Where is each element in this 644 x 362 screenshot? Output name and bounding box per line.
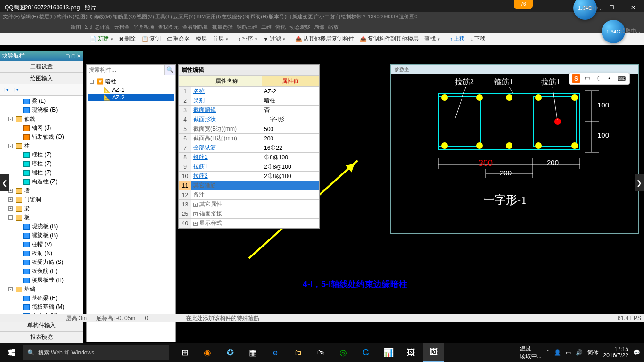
tree-item[interactable]: -柱 [0,141,83,150]
prop-row[interactable]: 13+其它属性 [179,200,319,209]
tree-item[interactable]: 端柱 (Z) [0,168,83,177]
prop-row[interactable]: 12备注 [179,190,319,200]
tree-item[interactable]: 现浇板 (B) [0,222,83,231]
tray-lang[interactable]: 简体 [587,349,599,357]
toolbar-item[interactable]: 缩放 [328,24,339,31]
app-icon-5[interactable]: G [355,343,376,362]
tree-item[interactable]: +墙 [0,186,83,195]
copy-button[interactable]: 📋 复制 [140,34,163,43]
menu-item[interactable]: 绘图(D) [75,13,92,20]
taskview-icon[interactable]: ⊞ [174,343,195,362]
toolbar-item[interactable]: 云检查 [114,24,130,31]
rename-button[interactable]: 🏷 重命名 [165,34,192,43]
filter-button[interactable]: ▼ 过滤▾ [261,34,287,43]
store-icon[interactable]: 🛍 [310,343,331,362]
menu-item[interactable]: 如何绘制梯带？ [330,13,367,20]
menu-item[interactable]: 钢筋量(Q) [113,13,136,20]
prop-row[interactable]: 7全部纵筋16⏀22 [179,143,319,153]
tray-clock[interactable]: 17:152016/7/22 [603,346,628,359]
tray-people-icon[interactable]: 👤 [554,349,561,356]
menu-item[interactable]: 造价豆0 [399,13,417,20]
tree-item[interactable]: 筏板基础 (M) [0,303,83,312]
menu-item[interactable]: 编辑(E) [21,13,38,20]
ime-toolbar[interactable]: S 中 ☾ •, ⌨ [569,73,630,85]
toolbar-item[interactable]: 查找图元 [158,24,179,31]
windows-taskbar[interactable]: 🔍 搜索 Web 和 Windows ⊞ ◉ ✪ ▦ e 🗂 🛍 ◎ G 📊 🖼… [0,343,644,362]
menu-item[interactable]: 楼层(L) [39,13,56,20]
tree-item[interactable]: 梁 (L) [0,97,83,106]
tray-notifications-icon[interactable]: 💬 [633,349,640,356]
toolbar-item[interactable]: 局部 [314,24,324,31]
next-photo-button[interactable]: ❯ [635,174,644,191]
tree-item[interactable]: 暗柱 (Z) [0,159,83,168]
photos-taskbar-icon[interactable]: 🖼 [423,343,444,362]
section-project[interactable]: 工程设置 [0,61,83,73]
system-tray[interactable]: 温度读取中... ˄ 👤 ▭ 🔊 简体 17:152016/7/22 💬 [520,345,644,361]
tree-item[interactable]: 框柱 (Z) [0,150,83,159]
menu-item[interactable]: 在线服务(S) [222,13,249,20]
prop-row[interactable]: 6截面高(H边)(mm)200 [179,134,319,143]
toolbar-item[interactable]: 查看钢筋量 [182,24,208,31]
toolbar-item[interactable]: 绘图 [71,24,81,31]
toolbar-item[interactable]: 俯视 [275,24,286,31]
tree-item[interactable]: 板负筋 (F) [0,267,83,276]
app-icon-6[interactable]: 📊 [378,343,399,362]
tree-root[interactable]: -🔽 暗柱 [88,77,174,86]
app-icon-4[interactable]: ◎ [333,343,354,362]
toolbar-item[interactable]: 平齐板顶 [133,24,154,31]
copy-from-button[interactable]: 📥 从其他楼层复制构件 [293,34,356,43]
menu-item[interactable]: 1390/298339 [368,14,398,19]
menu-item[interactable]: 新建变更 [292,13,313,20]
toolbar-item[interactable]: 钢筋三维 [237,24,257,31]
app-icon-2[interactable]: ✪ [220,343,240,362]
menu-item[interactable]: 帮助(H) [250,13,268,20]
prop-row[interactable]: 3截面编辑否 [179,106,319,115]
menu-item[interactable]: 构件(N) [57,13,74,20]
prop-row[interactable]: 40+显示样式 [179,219,319,228]
prop-row[interactable]: 4截面形状一字-I形 [179,115,319,124]
component-tree[interactable]: 梁 (L)现浇板 (B)-轴线轴网 (J)辅助轴线 (O)-柱框柱 (Z)暗柱 … [0,96,83,341]
find-button[interactable]: 查找▾ [422,34,442,43]
delete-button[interactable]: ✖ 删除 [117,34,138,43]
ime-punct-icon[interactable]: •, [606,74,614,83]
menu-item[interactable]: 工具(T) [155,13,172,20]
tree-item[interactable]: 构造柱 (Z) [0,177,83,186]
prop-row[interactable]: 2类别暗柱 [179,96,319,106]
copy-to-button[interactable]: 📤 复制构件到其他楼层 [358,34,421,43]
tree-item[interactable]: 现浇板 (B) [0,106,83,115]
tree-item[interactable]: 楼层板带 (H) [0,276,83,285]
floor-select[interactable]: 首层▾ [211,34,230,43]
toolbar-item[interactable]: Σ 汇总计算 [85,24,110,31]
prop-row[interactable]: 25+锚固搭接 [179,209,319,219]
tree-item[interactable]: 轴网 (J) [0,123,83,132]
tree-leaf[interactable]: 📐 AZ-1 [88,86,174,94]
search-icon[interactable]: 🔍 [164,65,175,75]
menu-item[interactable]: 云应用(Y) [173,13,196,20]
menu-item[interactable]: BIM应用(I) [197,13,221,20]
tree-item[interactable]: 板洞 (N) [0,249,83,258]
explorer-icon[interactable]: 🗂 [288,343,308,362]
prop-row[interactable]: 10拉筋22⏀8@100 [179,172,319,181]
new-button[interactable]: 📄 新建▾ [88,34,115,43]
prev-photo-button[interactable]: ❮ [0,174,9,191]
sort-button[interactable]: ↕ 排序▾ [236,34,259,43]
move-down-button[interactable]: ↓ 下移 [469,34,487,43]
menu-item[interactable]: 文件(F) [3,13,20,20]
app-icon-1[interactable]: ◉ [197,343,218,362]
props-table[interactable]: 属性名称属性值 1名称AZ-22类别暗柱3截面编辑否4截面形状一字-I形5截面宽… [179,76,319,228]
instance-tree[interactable]: -🔽 暗柱📐 AZ-1📐 AZ-2 [87,75,175,103]
tree-item[interactable]: 柱帽 (V) [0,240,83,249]
tree-item[interactable]: 螺旋板 (B) [0,231,83,240]
prop-row[interactable]: 1名称AZ-2 [179,87,319,96]
prop-row[interactable]: 8箍筋1⏀8@100 [179,153,319,162]
tree-item[interactable]: -轴线 [0,115,83,123]
ime-keyboard-icon[interactable]: ⌨ [617,74,626,83]
menu-item[interactable]: 修改(M) [94,13,112,20]
prop-row[interactable]: 9拉筋12⏀8@100 [179,162,319,172]
tree-item[interactable]: 基础梁 (F) [0,294,83,303]
tray-battery-icon[interactable]: ▭ [566,349,571,356]
sogou-icon[interactable]: S [572,74,580,83]
taskbar-search[interactable]: 🔍 搜索 Web 和 Windows [23,345,169,360]
toolbar-item[interactable]: 动态观察 [289,24,310,31]
ime-lang[interactable]: 中 [583,74,592,83]
